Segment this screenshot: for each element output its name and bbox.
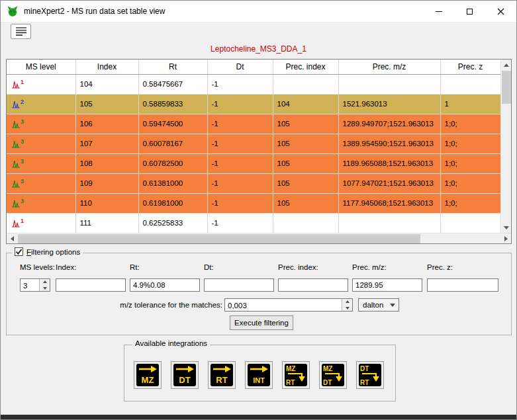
cell-rt[interactable]: 0.61381000 xyxy=(138,173,207,193)
tolerance-spin-down-button[interactable] xyxy=(342,305,352,311)
cell-dt[interactable]: -1 xyxy=(207,134,273,153)
filtering-options-checkbox[interactable] xyxy=(15,247,23,256)
cell-ms-level[interactable]: 3 xyxy=(7,134,75,153)
col-header-prec-index[interactable]: Prec. index xyxy=(273,60,338,74)
horizontal-scrollbar[interactable] xyxy=(7,233,511,243)
table-row[interactable]: 11110.62525833-1 xyxy=(7,213,500,233)
cell-prec-index[interactable]: 105 xyxy=(273,114,338,134)
horizontal-scroll-thumb[interactable] xyxy=(18,234,420,243)
cell-ms-level[interactable]: 3 xyxy=(7,153,75,173)
cell-ms-level[interactable]: 3 xyxy=(7,114,75,134)
minimize-button[interactable] xyxy=(423,1,454,22)
prec-mz-input[interactable] xyxy=(352,278,422,292)
cell-prec-mz[interactable]: 1521.963013 xyxy=(338,94,440,114)
cell-rt[interactable]: 0.58475667 xyxy=(138,74,207,94)
table-row[interactable]: 31080.60782500-11051189.965088;1521.9630… xyxy=(7,153,500,173)
ms-levels-input[interactable] xyxy=(21,280,38,292)
cell-rt[interactable]: 0.62525833 xyxy=(138,213,207,233)
scroll-left-button[interactable] xyxy=(7,233,17,244)
prec-z-input[interactable] xyxy=(427,278,498,292)
col-header-prec-z[interactable]: Prec. z xyxy=(440,60,500,74)
col-header-index[interactable]: Index xyxy=(75,60,138,74)
cell-ms-level[interactable]: 3 xyxy=(7,193,75,213)
integrate-mz-rt-button[interactable]: MZRT xyxy=(282,361,310,389)
cell-dt[interactable]: -1 xyxy=(207,193,273,213)
maximize-button[interactable] xyxy=(454,1,485,22)
integrate-mz-button[interactable]: MZ xyxy=(134,361,162,389)
ms-levels-spin-up-button[interactable] xyxy=(40,279,50,285)
integrate-dt-rt-button[interactable]: DTRT xyxy=(356,361,384,389)
cell-index[interactable]: 104 xyxy=(75,74,138,94)
mz-tolerance-input[interactable] xyxy=(225,300,341,312)
cell-prec-z[interactable]: 1;0; xyxy=(440,114,500,134)
vertical-scrollbar[interactable] xyxy=(500,60,511,233)
cell-dt[interactable]: -1 xyxy=(207,94,273,114)
scroll-up-button[interactable] xyxy=(501,60,512,70)
cell-prec-z[interactable]: 1;0; xyxy=(440,173,500,193)
cell-dt[interactable]: -1 xyxy=(207,153,273,173)
tolerance-spin-up-button[interactable] xyxy=(342,299,352,305)
index-input[interactable] xyxy=(56,278,126,292)
execute-filtering-button[interactable]: Execute filtering xyxy=(230,315,293,330)
table-row[interactable]: 31060.59474500-11051289.949707;1521.9630… xyxy=(7,114,500,134)
cell-rt[interactable]: 0.61981000 xyxy=(138,193,207,213)
scroll-right-button[interactable] xyxy=(500,233,511,244)
cell-prec-index[interactable]: 105 xyxy=(273,193,338,213)
cell-prec-index[interactable]: 105 xyxy=(273,173,338,193)
col-header-ms-level[interactable]: ^ MS level xyxy=(7,60,75,74)
table-row[interactable]: 11040.58475667-1 xyxy=(7,74,500,94)
cell-prec-mz[interactable]: 1177.945068;1521.963013 xyxy=(338,193,440,213)
cell-prec-index[interactable]: 105 xyxy=(273,134,338,153)
tolerance-unit-combobox[interactable]: dalton xyxy=(358,298,399,312)
cell-ms-level[interactable]: 1 xyxy=(7,213,75,233)
integrate-int-button[interactable]: INT xyxy=(245,361,273,389)
cell-prec-z[interactable]: 1;0; xyxy=(440,134,500,153)
col-header-rt[interactable]: Rt xyxy=(138,60,207,74)
integrate-dt-button[interactable]: DT xyxy=(171,361,199,389)
cell-prec-index[interactable] xyxy=(273,74,338,94)
cell-dt[interactable]: -1 xyxy=(207,114,273,134)
cell-ms-level[interactable]: 2 xyxy=(7,94,75,114)
cell-prec-mz[interactable]: 1289.949707;1521.963013 xyxy=(338,114,440,134)
col-header-dt[interactable]: Dt xyxy=(207,60,273,74)
rt-input[interactable] xyxy=(130,278,200,292)
cell-ms-level[interactable]: 3 xyxy=(7,173,75,193)
cell-prec-mz[interactable]: 1189.965088;1521.963013 xyxy=(338,153,440,173)
cell-prec-z[interactable]: 1;0; xyxy=(440,193,500,213)
table-row[interactable]: 31070.60078167-11051389.954590;1521.9630… xyxy=(7,134,500,153)
cell-index[interactable]: 106 xyxy=(75,114,138,134)
cell-prec-z[interactable]: 1;0; xyxy=(440,153,500,173)
cell-dt[interactable]: -1 xyxy=(207,74,273,94)
cell-index[interactable]: 110 xyxy=(75,193,138,213)
integrate-rt-button[interactable]: RT xyxy=(208,361,236,389)
cell-dt[interactable]: -1 xyxy=(207,213,273,233)
cell-dt[interactable]: -1 xyxy=(207,173,273,193)
cell-rt[interactable]: 0.59474500 xyxy=(138,114,207,134)
cell-prec-mz[interactable]: 1077.947021;1521.963013 xyxy=(338,173,440,193)
cell-rt[interactable]: 0.58859833 xyxy=(138,94,207,114)
table-row[interactable]: 31090.61381000-11051077.947021;1521.9630… xyxy=(7,173,500,193)
cell-prec-index[interactable]: 105 xyxy=(273,153,338,173)
ms-levels-spin-down-button[interactable] xyxy=(40,285,50,291)
table-row[interactable]: 21050.58859833-11041521.9630131 xyxy=(7,94,500,114)
cell-index[interactable]: 105 xyxy=(75,94,138,114)
cell-rt[interactable]: 0.60078167 xyxy=(138,134,207,153)
cell-prec-index[interactable] xyxy=(273,213,338,233)
cell-prec-index[interactable]: 104 xyxy=(273,94,338,114)
scroll-down-button[interactable] xyxy=(501,222,512,233)
titlebar[interactable]: mineXpert2 - MS run data set table view xyxy=(1,1,516,22)
cell-prec-z[interactable] xyxy=(440,213,500,233)
cell-prec-mz[interactable] xyxy=(338,74,440,94)
cell-index[interactable]: 107 xyxy=(75,134,138,153)
cell-index[interactable]: 111 xyxy=(75,213,138,233)
table-row[interactable]: 31100.61981000-11051177.945068;1521.9630… xyxy=(7,193,500,213)
cell-prec-mz[interactable]: 1389.954590;1521.963013 xyxy=(338,134,440,153)
cell-ms-level[interactable]: 1 xyxy=(7,74,75,94)
col-header-prec-mz[interactable]: Prec. m/z xyxy=(338,60,440,74)
prec-index-input[interactable] xyxy=(278,278,348,292)
cell-rt[interactable]: 0.60782500 xyxy=(138,153,207,173)
cell-prec-z[interactable] xyxy=(440,74,500,94)
cell-index[interactable]: 109 xyxy=(75,173,138,193)
dt-input[interactable] xyxy=(204,278,274,292)
close-button[interactable] xyxy=(485,1,516,22)
